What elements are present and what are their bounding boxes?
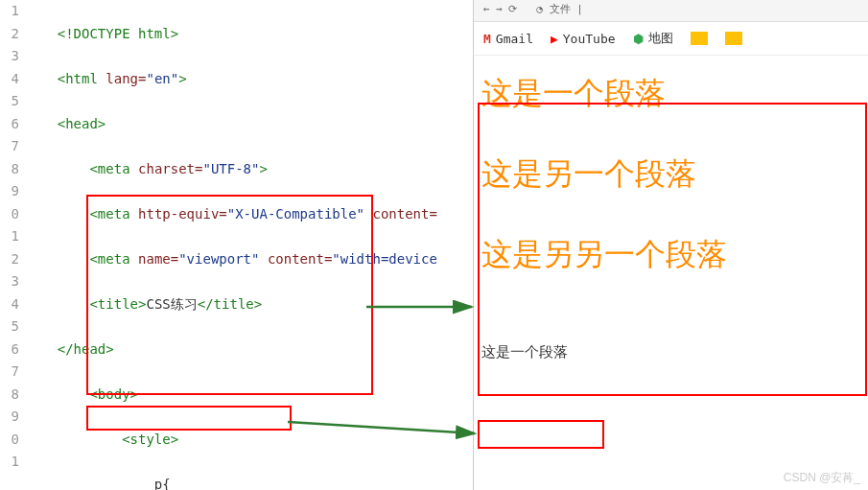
address-bar[interactable]: ← → ⟳ ◔ 文件 | (474, 0, 868, 22)
line-gutter: 123 456 789 012 345 678 901 (0, 0, 25, 490)
code-editor: 123 456 789 012 345 678 901 <!DOCTYPE ht… (0, 0, 470, 490)
bookmark-folder-icon[interactable] (691, 32, 708, 45)
gmail-icon: M (483, 32, 491, 46)
paragraph-2: 这是另一个段落 (481, 153, 727, 196)
paragraph-1: 这是一个段落 (481, 73, 727, 115)
bookmark-map[interactable]: ⬢地图 (633, 30, 673, 47)
page-content: 这是一个段落 这是另一个段落 这是另另一个段落 这是一个段落 (481, 56, 727, 362)
paragraph-3: 这是另另一个段落 (481, 234, 727, 276)
youtube-icon: ▶ (551, 32, 558, 46)
bookmarks-bar: MGmail ▶YouTube ⬢地图 (474, 22, 868, 56)
bookmark-gmail[interactable]: MGmail (483, 32, 533, 46)
watermark: CSDN @安苒_ (784, 470, 860, 486)
code-area[interactable]: <!DOCTYPE html> <html lang="en"> <head> … (25, 0, 470, 490)
paragraph-div: 这是一个段落 (481, 343, 568, 362)
bookmark-youtube[interactable]: ▶YouTube (551, 32, 616, 46)
browser-preview: ← → ⟳ ◔ 文件 | MGmail ▶YouTube ⬢地图 这是一个段落 … (473, 0, 868, 490)
map-icon: ⬢ (633, 32, 644, 46)
bookmark-folder-icon[interactable] (725, 32, 742, 45)
